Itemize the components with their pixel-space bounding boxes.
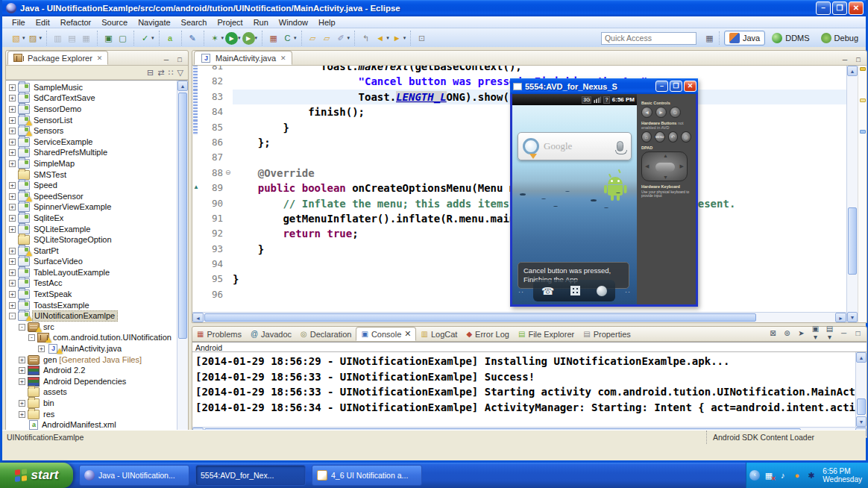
warning-marker[interactable] bbox=[860, 67, 866, 71]
menu-help[interactable]: Help bbox=[313, 18, 341, 27]
tree-item-bin[interactable]: +bin bbox=[6, 398, 177, 409]
new-class-icon[interactable]: C bbox=[281, 32, 294, 45]
dpad-right[interactable]: ▶ bbox=[680, 163, 684, 169]
expand-toggle[interactable]: + bbox=[9, 106, 16, 113]
tree-item-android-dependencies[interactable]: +Android Dependencies bbox=[6, 376, 177, 387]
scroll-right-arrow[interactable]: ► bbox=[835, 313, 846, 322]
open-perspective-icon[interactable]: ▦ bbox=[703, 32, 716, 45]
save-icon[interactable]: ▥ bbox=[51, 32, 64, 45]
tree-item-uinotificationexamlpe[interactable]: -UINotificationExamlpe bbox=[6, 310, 177, 322]
maximize-view-button[interactable]: □ bbox=[174, 56, 185, 65]
antivirus-icon[interactable]: ● bbox=[791, 471, 802, 480]
scroll-up-arrow[interactable]: ▲ bbox=[847, 66, 858, 76]
close-editor-icon[interactable]: ✕ bbox=[280, 54, 286, 62]
tree-item-sensorlist[interactable]: +SensorList bbox=[6, 115, 177, 126]
tree-scrollbar[interactable]: ▲ ▼ bbox=[177, 81, 188, 440]
perspective-java[interactable]: Java bbox=[724, 31, 765, 46]
expand-toggle[interactable]: + bbox=[9, 160, 16, 167]
power-button[interactable]: ⊙ bbox=[670, 107, 681, 118]
emulator-maximize-button[interactable]: ❐ bbox=[670, 81, 682, 92]
android-sdk-manager-icon[interactable]: ▣ bbox=[102, 32, 115, 45]
new-wizard-dropdown[interactable]: ▾ bbox=[40, 35, 43, 41]
tree-item-spinnerviewexample[interactable]: +SpinnerViewExample bbox=[6, 202, 177, 213]
utility-icon[interactable]: ✱ bbox=[805, 471, 817, 481]
expand-toggle[interactable]: + bbox=[9, 193, 16, 200]
tree-item-surfacevideo[interactable]: +SurfaceVideo bbox=[6, 257, 177, 268]
editor-tab[interactable]: MainActivity.java ✕ bbox=[194, 51, 292, 65]
expand-toggle[interactable]: + bbox=[19, 367, 25, 374]
phone-icon[interactable]: ☎ bbox=[541, 286, 554, 296]
console-output[interactable]: [2014-01-29 18:56:29 - UINotificationExa… bbox=[192, 352, 855, 427]
tree-item-samplemusic[interactable]: +SampleMusic bbox=[6, 82, 177, 93]
maximize-button[interactable]: ❐ bbox=[832, 1, 847, 15]
tab-error-log[interactable]: ◆Error Log bbox=[462, 327, 514, 341]
scroll-left-arrow[interactable]: ◄ bbox=[192, 313, 204, 322]
tree-item-sharedprefsmultiple[interactable]: +SharedPrefsMultiple bbox=[6, 148, 177, 159]
minimize-view-icon[interactable]: ─ bbox=[838, 329, 849, 337]
close-tab-icon[interactable]: ✕ bbox=[404, 329, 411, 339]
open-folder-2-icon[interactable]: ▱ bbox=[321, 32, 333, 45]
expand-toggle[interactable]: + bbox=[9, 95, 16, 101]
minimize-view-button[interactable]: ─ bbox=[161, 56, 172, 65]
expand-toggle[interactable]: + bbox=[9, 182, 16, 189]
expand-toggle[interactable]: + bbox=[9, 215, 16, 222]
tab-properties[interactable]: ▤Properties bbox=[579, 327, 635, 341]
expand-toggle[interactable]: + bbox=[9, 204, 16, 210]
volume-down-button[interactable]: ◄ bbox=[641, 107, 652, 118]
back-button[interactable]: ↶ bbox=[668, 131, 679, 143]
tab-problems[interactable]: ▦Problems bbox=[192, 327, 246, 341]
expand-toggle[interactable]: + bbox=[9, 226, 16, 233]
scroll-lock-icon[interactable]: ⊜ bbox=[781, 329, 793, 337]
clock[interactable]: 6:56 PM Wednesday bbox=[823, 467, 862, 484]
tree-item-sensors[interactable]: +Sensors bbox=[6, 125, 177, 137]
menu-file[interactable]: File bbox=[7, 18, 31, 27]
dpad-left[interactable]: ◀ bbox=[645, 163, 649, 169]
scroll-thumb[interactable] bbox=[204, 313, 756, 322]
taskbar-task-emu[interactable]: 5554:AVD_for_Nex... bbox=[195, 465, 306, 486]
expand-toggle[interactable]: + bbox=[9, 84, 16, 91]
dpad-up[interactable]: ▲ bbox=[663, 153, 668, 158]
emulator-minimize-button[interactable]: – bbox=[655, 81, 668, 92]
perspective-debug[interactable]: Debug bbox=[817, 31, 863, 46]
tree-item-sqliteexample[interactable]: +SQLiteExample bbox=[6, 224, 177, 235]
annotate-dropdown[interactable]: ▾ bbox=[347, 35, 350, 41]
tree-item-speed[interactable]: +Speed bbox=[6, 180, 177, 191]
tree-item-startpt[interactable]: +StartPt bbox=[6, 245, 177, 257]
google-search-widget[interactable]: Google bbox=[518, 132, 632, 160]
scroll-up-arrow[interactable]: ▲ bbox=[856, 352, 867, 363]
forward-icon[interactable]: ► bbox=[391, 32, 403, 45]
tree-item-serviceexample[interactable]: +ServiceExample bbox=[6, 137, 177, 148]
expand-toggle[interactable]: + bbox=[19, 357, 25, 363]
menu-navigate[interactable]: Navigate bbox=[133, 18, 175, 27]
editor-hscrollbar[interactable]: ◄ ► bbox=[192, 312, 846, 322]
code-line-81[interactable]: 81 Toast.makeText(getBaseContext(), bbox=[192, 66, 846, 74]
debug-dropdown[interactable]: ▾ bbox=[221, 35, 224, 41]
dpad-down[interactable]: ▼ bbox=[663, 175, 668, 180]
menu-refactor[interactable]: Refactor bbox=[55, 18, 97, 27]
annotate-icon[interactable]: ✐ bbox=[335, 32, 347, 45]
expand-toggle[interactable]: + bbox=[9, 269, 16, 276]
back-icon[interactable]: ◄ bbox=[374, 32, 386, 45]
tree-item-speedsensor[interactable]: +SpeedSensor bbox=[6, 191, 177, 202]
tree-item-sqlitestorageoption[interactable]: +SQLiteStorageOption bbox=[6, 234, 177, 245]
tree-item-assets[interactable]: +assets bbox=[6, 387, 177, 398]
view-menu-icon[interactable]: ∷ bbox=[169, 68, 174, 78]
title-bar[interactable]: Java - UINotificationExamlpe/src/com/and… bbox=[2, 0, 866, 16]
menu-source[interactable]: Source bbox=[96, 18, 133, 27]
pin-console-icon[interactable]: ➤ bbox=[796, 329, 807, 337]
tree-item-src[interactable]: -src bbox=[6, 322, 177, 333]
scroll-thumb[interactable] bbox=[178, 93, 187, 339]
debug-icon[interactable]: ✶ bbox=[209, 32, 221, 45]
scroll-up-arrow[interactable]: ▲ bbox=[177, 81, 188, 91]
run-dropdown[interactable]: ▾ bbox=[238, 35, 241, 41]
verify-icon[interactable]: ✓ bbox=[139, 32, 151, 45]
volume-up-button[interactable]: ► bbox=[655, 107, 667, 118]
scroll-down-arrow[interactable]: ▼ bbox=[847, 312, 858, 322]
new-dropdown[interactable]: ▾ bbox=[22, 35, 25, 41]
expand-toggle[interactable]: + bbox=[19, 411, 25, 418]
fold-collapse-icon[interactable]: ⊖ bbox=[225, 166, 233, 181]
dpad-control[interactable]: ▲ ▼ ◀ ▶ bbox=[641, 151, 688, 181]
tree-item-testacc[interactable]: +TestAcc bbox=[6, 278, 177, 290]
verify-dropdown[interactable]: ▾ bbox=[151, 35, 154, 41]
menu-project[interactable]: Project bbox=[212, 18, 248, 27]
